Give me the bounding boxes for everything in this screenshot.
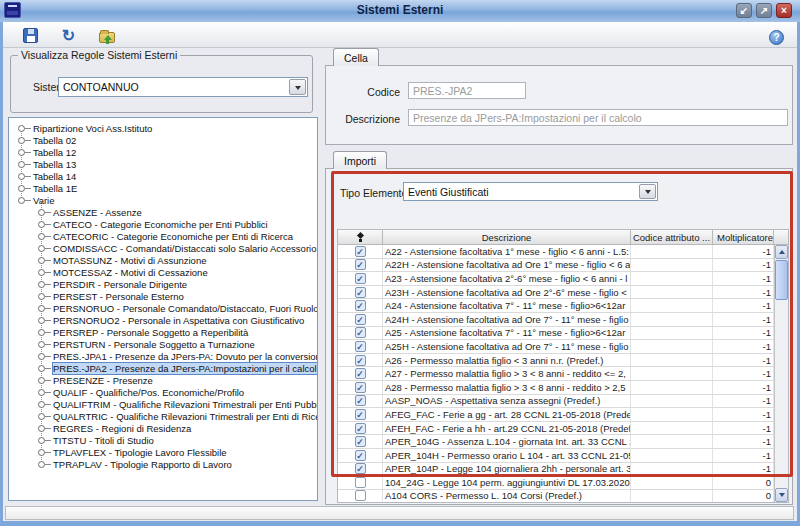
- tree-item[interactable]: Tabella 02: [9, 134, 317, 146]
- tipo-elemento-value: Eventi Giustificati: [408, 186, 489, 198]
- table-row[interactable]: ✓A22 - Astensione facoltativa 1° mese - …: [338, 245, 774, 259]
- row-checkbox[interactable]: ✓: [355, 436, 366, 447]
- column-header-descrizione[interactable]: Descrizione: [383, 230, 631, 244]
- column-header-codice-attributo[interactable]: Codice attributo ...: [631, 230, 713, 244]
- row-checkbox[interactable]: ✓: [355, 246, 366, 257]
- tree-item[interactable]: PERSNORUO2 - Personale in Aspettativa co…: [9, 314, 317, 326]
- row-checkbox[interactable]: [355, 477, 366, 488]
- table-row[interactable]: ✓APER_104H - Permesso orario L 104 - art…: [338, 449, 774, 463]
- table-row[interactable]: ✓A25 - Astensione facoltativa 7° - 11° m…: [338, 327, 774, 341]
- table-row[interactable]: ✓AFEH_FAC - Ferie a hh - art.29 CCNL 21-…: [338, 422, 774, 436]
- row-checkbox[interactable]: ✓: [355, 287, 366, 298]
- tree-item[interactable]: PERSDIR - Personale Dirigente: [9, 278, 317, 290]
- exit-button[interactable]: [97, 26, 116, 45]
- tree-item[interactable]: PERSNORUO - Personale Comandato/Distacca…: [9, 302, 317, 314]
- table-row[interactable]: ✓APER_104P - Legge 104 giornaliera 2hh -…: [338, 463, 774, 477]
- tree-item[interactable]: Ripartizione Voci Ass.Istituto: [9, 122, 317, 134]
- row-checkbox[interactable]: ✓: [355, 327, 366, 338]
- tipo-elemento-combobox[interactable]: Eventi Giustificati: [403, 182, 658, 201]
- scroll-down-icon[interactable]: [775, 488, 788, 502]
- table-row[interactable]: ✓A24 - Astensione facoltativa 7° - 11° m…: [338, 299, 774, 313]
- tree-item[interactable]: ASSENZE - Assenze: [9, 206, 317, 218]
- tree-item[interactable]: TITSTU - Titoli di Studio: [9, 434, 317, 446]
- table-row[interactable]: ✓A24H - Astensione facoltativa ad Ore 7°…: [338, 313, 774, 327]
- tree-item[interactable]: Tabella 14: [9, 170, 317, 182]
- cell-codice-attributo: [631, 408, 713, 421]
- minimize-icon[interactable]: ↙: [736, 3, 752, 18]
- row-checkbox[interactable]: ✓: [355, 463, 366, 474]
- codice-field[interactable]: PRES.-JPA2: [408, 82, 526, 99]
- row-checkbox[interactable]: ✓: [355, 355, 366, 366]
- table-row[interactable]: ✓APER_104G - Assenza L.104 - giornata In…: [338, 435, 774, 449]
- tree-item[interactable]: PERSREP - Personale Soggetto a Reperibil…: [9, 326, 317, 338]
- cell-codice-attributo: [631, 476, 713, 489]
- row-checkbox[interactable]: ✓: [355, 382, 366, 393]
- cell-descrizione: AFEH_FAC - Ferie a hh - art.29 CCNL 21-0…: [383, 422, 631, 435]
- scrollbar-thumb[interactable]: [775, 260, 788, 300]
- sistema-combobox[interactable]: CONTOANNUO: [58, 77, 308, 97]
- table-row[interactable]: ✓AFEG_FAC - Ferie a gg - art. 28 CCNL 21…: [338, 408, 774, 422]
- table-row[interactable]: ✓A27 - Permesso malattia figlio > 3 < 8 …: [338, 367, 774, 381]
- table-row[interactable]: ✓A22H - Astensione facoltativa ad Ore 1°…: [338, 259, 774, 273]
- tree-item[interactable]: REGRES - Regioni di Residenza: [9, 422, 317, 434]
- table-row[interactable]: ✓A26 - Permesso malattia figlio < 3 anni…: [338, 354, 774, 368]
- tree-item[interactable]: Tabella 1E: [9, 182, 317, 194]
- table-row[interactable]: ✓AASP_NOAS - Aspettativa senza assegni (…: [338, 395, 774, 409]
- chevron-down-icon[interactable]: [289, 79, 306, 95]
- table-row[interactable]: ✓A23H - Astensione facoltativa ad Ore 2°…: [338, 286, 774, 300]
- tree-item[interactable]: PRES.-JPA2 - Presenze da JPers-PA:Impost…: [9, 362, 317, 374]
- column-header-selector[interactable]: [338, 230, 383, 244]
- tree-item-label: Varie: [33, 195, 54, 206]
- table-scrollbar[interactable]: [774, 245, 788, 502]
- row-checkbox[interactable]: ✓: [355, 395, 366, 406]
- tree-item[interactable]: QUALIF - Qualifiche/Pos. Economiche/Prof…: [9, 386, 317, 398]
- tree-item[interactable]: PRESENZE - Presenze: [9, 374, 317, 386]
- row-checkbox[interactable]: ✓: [355, 273, 366, 284]
- row-checkbox[interactable]: ✓: [355, 423, 366, 434]
- tree-node-icon: [38, 425, 45, 432]
- tab-cella[interactable]: Cella: [333, 48, 379, 66]
- tree-item[interactable]: CATECORIC - Categorie Economiche per Ent…: [9, 230, 317, 242]
- cell-codice-attributo: [631, 340, 713, 353]
- row-checkbox[interactable]: ✓: [355, 450, 366, 461]
- close-icon[interactable]: ×: [776, 3, 792, 18]
- chevron-down-icon[interactable]: [639, 184, 656, 199]
- row-checkbox[interactable]: ✓: [355, 368, 366, 379]
- row-checkbox[interactable]: ✓: [355, 314, 366, 325]
- tree-item[interactable]: QUALIFTRIM - Qualifiche Rilevazioni Trim…: [9, 398, 317, 410]
- table-row[interactable]: ✓A28 - Permesso malattia figlio > 3 < 8 …: [338, 381, 774, 395]
- tree-item[interactable]: MOTASSUNZ - Motivi di Assunzione: [9, 254, 317, 266]
- maximize-icon[interactable]: ↗: [756, 3, 772, 18]
- row-checkbox[interactable]: [355, 490, 366, 501]
- row-checkbox[interactable]: ✓: [355, 409, 366, 420]
- tree-item[interactable]: Varie: [9, 194, 317, 206]
- help-icon[interactable]: ?: [769, 30, 784, 45]
- descrizione-field[interactable]: Presenze da JPers-PA:Impostazioni per il…: [408, 109, 788, 126]
- tree-item[interactable]: TPLAVFLEX - Tipologie Lavoro Flessibile: [9, 446, 317, 458]
- tree-item[interactable]: COMDISSACC - Comandati/Distaccati solo S…: [9, 242, 317, 254]
- tree-item[interactable]: CATECO - Categorie Economiche per Enti P…: [9, 218, 317, 230]
- tree-item[interactable]: PERSTURN - Personale Soggetto a Turnazio…: [9, 338, 317, 350]
- save-button[interactable]: [21, 26, 40, 45]
- importi-table: Descrizione Codice attributo ... Moltipl…: [337, 229, 789, 503]
- table-row[interactable]: ✓A23 - Astensione facoltativa 2°-6° mese…: [338, 272, 774, 286]
- column-header-moltiplicatore[interactable]: Moltiplicatore: [713, 230, 774, 244]
- row-checkbox[interactable]: ✓: [355, 259, 366, 270]
- table-row[interactable]: A104 CORS - Permesso L. 104 Corsi (Prede…: [338, 490, 774, 502]
- row-checkbox[interactable]: ✓: [355, 341, 366, 352]
- refresh-button[interactable]: ↻: [59, 26, 78, 45]
- scroll-up-icon[interactable]: [775, 245, 788, 259]
- table-row[interactable]: ✓A25H - Astensione facoltativa ad Ore 7°…: [338, 340, 774, 354]
- tree-item[interactable]: Tabella 12: [9, 146, 317, 158]
- tree-item[interactable]: PRES.-JPA1 - Presenze da JPers-PA: Dovut…: [9, 350, 317, 362]
- table-row[interactable]: 104_24G - Legge 104 perm. aggiungiuntivi…: [338, 476, 774, 490]
- tree-item[interactable]: TPRAPLAV - Tipologie Rapporto di Lavoro: [9, 458, 317, 470]
- cell-moltiplicatore: -1: [713, 395, 774, 408]
- tree-item[interactable]: QUALRTRIC - Qualifiche Rilevazioni Trime…: [9, 410, 317, 422]
- tree-item-label: Tabella 1E: [33, 183, 77, 194]
- tab-importi[interactable]: Importi: [333, 151, 387, 169]
- tree-item[interactable]: PERSEST - Personale Esterno: [9, 290, 317, 302]
- row-checkbox[interactable]: ✓: [355, 300, 366, 311]
- tree-item[interactable]: Tabella 13: [9, 158, 317, 170]
- tree-item[interactable]: MOTCESSAZ - Motivi di Cessazione: [9, 266, 317, 278]
